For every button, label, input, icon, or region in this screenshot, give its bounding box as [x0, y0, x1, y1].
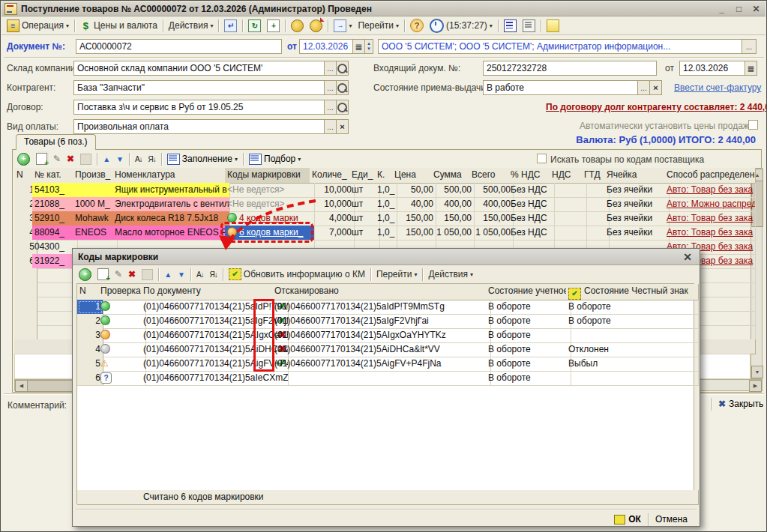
copy-new-button[interactable]: +: [264, 18, 283, 34]
grid-cell[interactable]: 1000 M_: [73, 197, 118, 212]
edit-row-button[interactable]: ✎: [50, 152, 64, 166]
maximize-button[interactable]: □: [733, 3, 745, 14]
prices-in-button[interactable]: [288, 18, 307, 34]
copy-row-button[interactable]: [94, 267, 112, 282]
warehouse-field[interactable]: Основной склад компании ООО '5 СИСТЕМ': [73, 61, 325, 76]
grid-cell-document-code[interactable]: (01)04660077170134(21)5aIgF2Vhjf'ai✔: [141, 314, 289, 329]
add-row-button[interactable]: +: [14, 151, 33, 167]
goods-column-header[interactable]: Всего: [469, 168, 514, 184]
grid-cell[interactable]: Ящик инструментальный в _: [112, 183, 230, 198]
grid-cell[interactable]: 4,000: [310, 211, 355, 226]
move-up-button[interactable]: ▲: [161, 269, 175, 280]
sort-asc-button[interactable]: А↓: [193, 269, 207, 280]
grid-cell-accounting-state[interactable]: В обороте: [486, 314, 571, 329]
scroll-down-button[interactable]: ▼: [751, 366, 763, 378]
grid-cell-status[interactable]: ⚠: [98, 357, 146, 372]
goods-column-header[interactable]: Сумма: [431, 168, 475, 184]
grid-cell[interactable]: Масло моторное ENEOS Pr_: [112, 226, 230, 241]
grid-cell-document-code[interactable]: (01)04660077170134(21)5AigFV+P4FjNa✔: [141, 357, 289, 372]
grid-cell[interactable]: <Не ведется>: [225, 183, 315, 198]
grid-cell-scanned-code[interactable]: (01)04660077170134(21)5AIgxOaYHYTKz: [272, 328, 491, 343]
grid-cell[interactable]: Авто: Товар без зака: [664, 226, 756, 241]
grid-cell[interactable]: [32, 325, 78, 340]
supplier-codes-checkbox[interactable]: [537, 154, 547, 163]
grid-cell[interactable]: 500,00: [469, 183, 514, 198]
actions-button[interactable]: Действия▾: [166, 19, 217, 32]
grid-cell[interactable]: 1 050,00: [431, 226, 475, 241]
prices-currency-button[interactable]: $Цены и валюта: [77, 19, 160, 33]
contractor-field[interactable]: База "Запчасти": [73, 80, 325, 95]
grid-cell[interactable]: Без ячейки: [604, 226, 670, 241]
dialog-column-header[interactable]: ✔Состояние Честный знак: [566, 284, 699, 300]
sort-desc-button[interactable]: Я↓: [207, 269, 220, 280]
state-field[interactable]: В работе: [483, 80, 638, 95]
calendar-button[interactable]: ▦: [352, 39, 365, 54]
grid-cell[interactable]: Без ячейки: [604, 183, 670, 198]
prices-out-button[interactable]: [307, 18, 325, 34]
grid-cell-status[interactable]: ?: [98, 371, 146, 386]
grid-cell-scanned-code[interactable]: (01)04660077170134(21)5AigFV+P4FjNa: [272, 357, 491, 372]
grid-cell[interactable]: [32, 282, 78, 297]
refresh-km-button[interactable]: ✔Обновить информацию о КМ: [226, 267, 368, 282]
cancel-button[interactable]: Отмена: [651, 513, 692, 526]
doc-number-field[interactable]: АС00000072: [76, 39, 282, 54]
incoming-calendar-button[interactable]: ▦: [745, 61, 757, 76]
date-spinner[interactable]: ▲▼: [364, 39, 373, 54]
minimize-button[interactable]: _: [715, 3, 728, 14]
grid-cell[interactable]: 88094_: [32, 226, 78, 241]
allocation-link[interactable]: Авто: Товар без зака: [667, 227, 753, 238]
grid-cell[interactable]: Mohawk: [73, 211, 118, 226]
grid-cell[interactable]: 1 050,00: [469, 226, 514, 241]
marking-codes-link[interactable]: 6 кодов марки_: [239, 227, 303, 238]
allocation-link[interactable]: Авто: Можно распред: [667, 199, 756, 209]
goto-button[interactable]: Перейти▾: [373, 267, 421, 281]
grid-cell[interactable]: Диск колеса R18 7.5Jx18: [112, 211, 230, 226]
goods-column-header[interactable]: Цена: [392, 168, 436, 184]
grid-cell-document-code[interactable]: (01)04660077170134(21)5AIgxOaYHYTKz✖: [141, 328, 289, 343]
grid-cell-scanned-code[interactable]: (01)04660077170134(21)5AiDHCa&lt*VV: [272, 342, 491, 357]
end-edit-button[interactable]: [139, 267, 156, 282]
close-button[interactable]: ✕: [750, 3, 763, 14]
grid-cell[interactable]: 400,00: [431, 197, 475, 212]
dialog-column-header[interactable]: По документу: [141, 284, 277, 300]
goods-column-header[interactable]: % НДС: [508, 168, 555, 184]
auto-prices-checkbox[interactable]: [748, 120, 758, 130]
grid-cell-chz-state[interactable]: Отклонен: [566, 342, 699, 357]
grid-cell[interactable]: 31922_: [32, 254, 78, 269]
grid-cell-status[interactable]: [98, 314, 146, 329]
org-field[interactable]: ООО '5 СИСТЕМ'; ООО '5 СИСТЕМ'; Админист…: [378, 39, 742, 54]
goto-button[interactable]: Перейти▾: [355, 19, 402, 32]
delete-row-button[interactable]: ✖: [64, 152, 77, 166]
grid-cell-accounting-state[interactable]: В обороте: [486, 342, 571, 357]
grid-cell[interactable]: 7,000: [310, 226, 355, 241]
state-clear-button[interactable]: ×: [649, 80, 662, 95]
contractor-search-button[interactable]: [336, 80, 349, 95]
actions-button[interactable]: Действия▾: [425, 267, 476, 281]
grid-cell[interactable]: 6 кодов марки_: [225, 226, 315, 241]
close-form-button[interactable]: ✖Закрыть: [714, 397, 767, 411]
grid-cell[interactable]: Без ячейки: [604, 197, 670, 212]
delete-row-button[interactable]: ✖: [125, 267, 139, 281]
grid-cell-status[interactable]: [98, 328, 146, 343]
post-document-button[interactable]: ↵: [221, 18, 240, 34]
org-ellipsis-button[interactable]: ...: [742, 39, 757, 54]
sort-desc-button[interactable]: Я↓: [145, 154, 159, 165]
grid-cell[interactable]: ENEOS: [73, 226, 118, 241]
grid-cell[interactable]: <Не ведется>: [225, 197, 315, 212]
operation-button[interactable]: ≡Операция▾: [4, 18, 72, 34]
grid-cell-document-code[interactable]: (01)04660077170134(21)5AiDHCa&lt*VV✖: [141, 342, 289, 357]
invoice-link[interactable]: Ввести счет-фактуру: [674, 82, 761, 93]
grid-cell-accounting-state[interactable]: В обороте: [486, 300, 571, 315]
grid-cell-scanned-code[interactable]: (01)04660077170134(21)5aIgF2Vhjf'ai: [272, 314, 491, 329]
grid-cell[interactable]: Электродвигатель с вентил_: [112, 197, 230, 212]
grid-cell[interactable]: [32, 297, 78, 312]
grid-cell[interactable]: 400,00: [469, 197, 514, 212]
grid-cell[interactable]: Авто: Товар без зака: [664, 183, 756, 198]
state-ellipsis-button[interactable]: ...: [637, 80, 650, 95]
grid-cell[interactable]: 04300_: [32, 240, 78, 255]
structure-button[interactable]: [501, 18, 520, 34]
grid-cell[interactable]: Без НДС: [508, 183, 555, 198]
add-row-button[interactable]: +: [76, 267, 94, 282]
grid-cell[interactable]: 54103_: [32, 183, 78, 198]
grid-cell-chz-state[interactable]: [566, 371, 699, 386]
